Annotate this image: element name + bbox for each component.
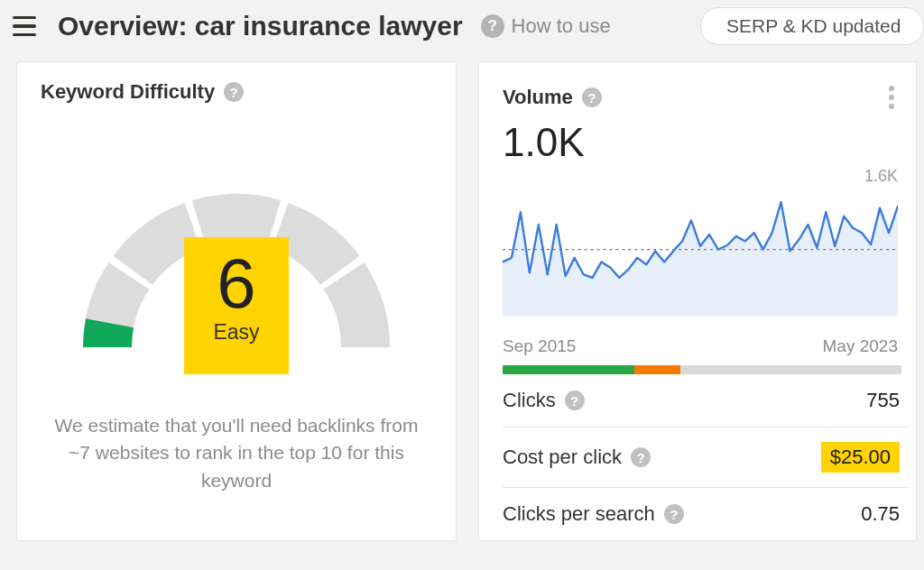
- volume-card-title: Volume ?: [503, 86, 602, 109]
- header-bar: Overview: car insurance lawyer ? How to …: [0, 0, 924, 61]
- cpc-value: $25.00: [821, 442, 900, 473]
- help-icon[interactable]: ?: [631, 447, 651, 467]
- chart-x-axis: Sep 2015 May 2023: [503, 336, 898, 356]
- how-to-use-label: How to use: [512, 14, 611, 38]
- volume-trend-chart: 1.6K: [503, 170, 898, 333]
- help-icon[interactable]: ?: [224, 82, 244, 102]
- cps-value: 0.75: [861, 502, 900, 526]
- kebab-menu-icon[interactable]: [882, 80, 901, 115]
- cps-label: Clicks per search: [503, 502, 655, 526]
- clicks-label: Clicks: [503, 389, 556, 412]
- chart-x-start: Sep 2015: [503, 336, 576, 356]
- keyword-difficulty-card: Keyword Difficulty ? 6 Easy We estimate …: [16, 61, 457, 541]
- kd-gauge: 6 Easy: [56, 140, 417, 383]
- help-icon: ?: [481, 14, 504, 38]
- kd-label: Easy: [213, 320, 259, 345]
- help-icon[interactable]: ?: [582, 87, 602, 107]
- chart-x-end: May 2023: [823, 336, 898, 356]
- volume-card: Volume ? 1.0K 1.6K Sep 2015 May 2023: [478, 61, 917, 541]
- kd-score: 6: [217, 248, 255, 318]
- page-title: Overview: car insurance lawyer: [58, 11, 463, 41]
- menu-icon[interactable]: [13, 13, 40, 40]
- kd-card-title: Keyword Difficulty ?: [41, 80, 432, 104]
- help-icon[interactable]: ?: [565, 391, 585, 410]
- clicks-row: Clicks ? 755: [503, 374, 909, 428]
- volume-value: 1.0K: [503, 120, 909, 165]
- cpc-row: Cost per click ? $25.00: [503, 428, 909, 488]
- clicks-distribution-bar: [503, 365, 901, 374]
- how-to-use-link[interactable]: ? How to use: [481, 14, 611, 38]
- cpc-label: Cost per click: [503, 446, 622, 469]
- clicks-value: 755: [866, 389, 900, 412]
- kd-badge: 6 Easy: [184, 237, 289, 374]
- help-icon[interactable]: ?: [664, 504, 684, 524]
- kd-description: We estimate that you'll need backlinks f…: [41, 412, 432, 494]
- cps-row: Clicks per search ? 0.75: [503, 488, 909, 526]
- serp-kd-pill[interactable]: SERP & KD updated: [700, 7, 924, 45]
